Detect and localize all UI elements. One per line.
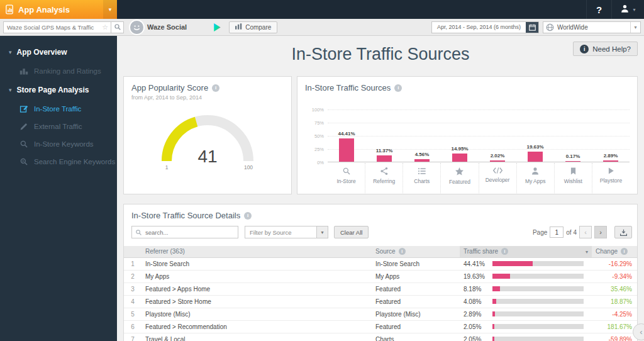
- category-wishlist: Wishlist: [555, 163, 592, 193]
- row-change: -9.34%: [592, 270, 638, 282]
- traffic-share-bar: [492, 261, 584, 266]
- app-toolbar: ☆ Waze Social Compare Apr, 2014 - Sep, 2…: [0, 19, 644, 36]
- bar-value-label: 0.17%: [566, 154, 580, 159]
- gauge-score-value: 41: [197, 147, 217, 166]
- row-referrer: Playstore (Misc): [142, 308, 372, 320]
- sidebar-item-label: External Traffic: [34, 123, 82, 130]
- bar-value-label: 44.41%: [338, 131, 355, 137]
- search-icon: [135, 229, 142, 236]
- play-icon: [607, 167, 615, 175]
- table-row[interactable]: 5Playstore (Misc)Playstore (Misc)2.89%-4…: [124, 308, 638, 320]
- traffic-share-bar: [492, 286, 584, 291]
- sort-chevron-down-icon: ▾: [586, 249, 588, 254]
- app-search-input[interactable]: [4, 24, 102, 31]
- app-title: App Analysis: [18, 5, 70, 14]
- search-icon: [19, 140, 28, 148]
- y-axis-label: 75%: [314, 120, 324, 126]
- chevron-down-icon: ▾: [633, 7, 635, 13]
- row-change: -16.29%: [592, 257, 638, 270]
- sidebar-section-app-overview[interactable]: ▾App Overview: [0, 42, 117, 62]
- traffic-share-value: 4.08%: [464, 298, 492, 305]
- search-icon: [342, 167, 351, 176]
- app-search: ☆: [3, 21, 124, 33]
- bar-my-apps: [528, 152, 543, 162]
- traffic-share-bar-fill: [492, 299, 496, 304]
- info-icon[interactable]: i: [621, 248, 628, 255]
- export-button[interactable]: [614, 226, 632, 238]
- share-icon: [380, 167, 389, 176]
- traffic-share-bar-fill: [492, 286, 500, 291]
- pencil-icon: [19, 122, 28, 131]
- row-traffic-share: 2.05%: [460, 320, 592, 333]
- table-header-row: Referrer (363) Sourcei Traffic sharei ▾ …: [124, 246, 638, 257]
- table-row[interactable]: 2My AppsMy Apps19.63%-9.34%: [124, 270, 638, 282]
- category-my-apps: My Apps: [517, 163, 555, 193]
- sidebar-item-in-store-traffic[interactable]: In-Store Traffic: [0, 100, 117, 118]
- row-referrer: My Apps: [142, 270, 372, 282]
- clear-all-button[interactable]: Clear All: [334, 226, 369, 238]
- category-label: Wishlist: [564, 178, 582, 184]
- info-icon[interactable]: i: [399, 248, 406, 255]
- chevron-down-icon[interactable]: ▾: [103, 0, 117, 19]
- table-row[interactable]: 4Featured > Store HomeFeatured4.08%18.87…: [124, 295, 638, 308]
- table-row[interactable]: 3Featured > Apps HomeFeatured8.18%35.46%: [124, 282, 638, 295]
- account-button[interactable]: ▾: [611, 0, 644, 19]
- sidebar-item-search-engine-keywords[interactable]: Search Engine Keywords: [0, 153, 117, 170]
- category-referring: Referring: [365, 163, 403, 193]
- table-row[interactable]: 1In-Store SearchIn-Store Search44.41%-16…: [124, 257, 638, 270]
- category-label: Developer: [486, 177, 510, 183]
- info-icon[interactable]: i: [244, 212, 252, 220]
- topbar-spacer: [117, 0, 586, 19]
- page-label: Page: [533, 229, 547, 236]
- sidebar-item-in-store-keywords[interactable]: In-Store Keywords: [0, 135, 117, 153]
- chevron-down-icon: ▾: [9, 87, 12, 93]
- row-source: Featured: [372, 320, 460, 333]
- bar-in-store: [339, 138, 354, 162]
- bar-slot-charts: 4.56%: [403, 109, 441, 162]
- prev-page-button[interactable]: ‹: [579, 226, 592, 238]
- info-icon[interactable]: i: [394, 84, 402, 92]
- bookmark-icon: [569, 167, 577, 176]
- info-icon[interactable]: i: [501, 248, 508, 255]
- sidebar-item-external-traffic[interactable]: External Traffic: [0, 118, 117, 135]
- row-number: 1: [124, 257, 142, 270]
- row-traffic-share: 8.18%: [460, 282, 592, 295]
- app-analysis-menu[interactable]: App Analysis ▾: [0, 0, 117, 19]
- sidebar-section-store-page-analysis[interactable]: ▾Store Page Analysis: [0, 80, 117, 100]
- column-header-traffic-share[interactable]: Traffic sharei ▾: [460, 246, 592, 257]
- table-row[interactable]: 7Travel & LocalCharts2.05%-59.89%: [124, 333, 638, 341]
- compare-button[interactable]: Compare: [229, 21, 277, 33]
- filter-by-source-select[interactable]: Filter by Source ▾: [245, 226, 328, 238]
- sidebar-item-ranking-and-ratings[interactable]: Ranking and Ratings: [0, 62, 117, 80]
- search-button[interactable]: [111, 21, 124, 33]
- bar-value-label: 11.37%: [376, 148, 393, 154]
- table-search-input[interactable]: [142, 229, 238, 236]
- app-name-label: Waze Social: [147, 23, 187, 31]
- row-number: 6: [124, 320, 142, 333]
- bar-featured: [452, 154, 467, 162]
- next-page-button[interactable]: ›: [594, 226, 607, 238]
- bar-slot-featured: 14.95%: [441, 109, 479, 162]
- download-icon: [619, 228, 628, 237]
- date-range-picker[interactable]: Apr, 2014 - Sep, 2014 (6 months): [431, 21, 539, 33]
- popularity-date-range: from Apr, 2014 to Sep, 2014: [124, 92, 291, 101]
- details-card-title: In-Store Traffic Source Details: [131, 211, 240, 220]
- calendar-icon[interactable]: [526, 22, 538, 33]
- favorite-star-icon[interactable]: ☆: [102, 23, 111, 31]
- info-icon[interactable]: i: [212, 84, 219, 92]
- traffic-share-bar-fill: [492, 261, 533, 266]
- y-axis: 100%75%50%25%0%: [300, 109, 324, 162]
- bar-value-label: 4.56%: [415, 152, 430, 157]
- category-in-store: In-Store: [328, 163, 365, 193]
- page-number-input[interactable]: [550, 226, 564, 238]
- main-content: i Need Help? In-Store Traffic Sources Ap…: [117, 36, 644, 341]
- page-title: In-Store Traffic Sources: [117, 45, 644, 64]
- table-row[interactable]: 6Featured > RecommendationFeatured2.05%1…: [124, 320, 638, 333]
- help-button[interactable]: ?: [586, 0, 611, 19]
- region-select[interactable]: WorldWide ▾: [543, 21, 641, 33]
- google-play-icon[interactable]: [213, 23, 221, 32]
- column-header-change: Changei: [592, 246, 638, 257]
- category-charts: Charts: [403, 163, 441, 193]
- sidebar-nav: ▾App OverviewRanking and Ratings▾Store P…: [0, 36, 117, 341]
- traffic-share-value: 8.18%: [464, 286, 492, 293]
